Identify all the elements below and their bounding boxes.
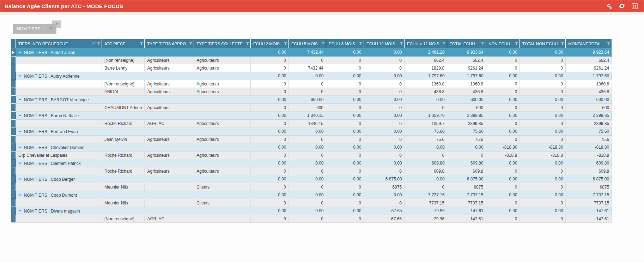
column-header-tiers-info-recherche[interactable]: TIERS INFO RECHERCHE: [16, 39, 102, 48]
cell[interactable]: 6875: [364, 183, 405, 191]
cell[interactable]: 0.00: [251, 112, 289, 120]
cell[interactable]: 7737.15: [447, 199, 486, 207]
cell[interactable]: 600.00: [447, 96, 486, 104]
cell[interactable]: 0.00: [520, 112, 566, 120]
cell[interactable]: 7432.44: [289, 64, 326, 72]
cell[interactable]: 0.00: [251, 48, 289, 56]
group-row[interactable]: NOM TIERS : Clement Patrick0.000.000.000…: [11, 159, 612, 167]
cell[interactable]: [16, 104, 102, 112]
cell[interactable]: 0: [251, 88, 289, 96]
cell[interactable]: 2399.85: [447, 120, 486, 127]
cell[interactable]: 6875: [447, 183, 486, 191]
cell[interactable]: Meunier Nils: [102, 199, 145, 207]
group-row-label-cell[interactable]: NOM TIERS : BARGOT Veronique: [16, 96, 251, 104]
cell[interactable]: 67.65: [364, 207, 405, 215]
detail-row[interactable]: Meunier NilsClients000687506875006875: [11, 183, 612, 191]
cell[interactable]: 0.00: [251, 72, 289, 80]
cell[interactable]: Agriculteurs: [194, 64, 251, 72]
cell[interactable]: Agriculteurs: [194, 88, 251, 96]
cell[interactable]: 0: [364, 136, 405, 143]
group-row-label-cell[interactable]: NOM TIERS : Bertrand Evan: [16, 127, 251, 136]
cell[interactable]: 0: [326, 104, 364, 112]
group-row[interactable]: NOM TIERS : Baron Nathalie0.001 340.150.…: [11, 112, 612, 120]
group-chip-nom-tiers[interactable]: NOM TIERS: [13, 24, 56, 34]
cell[interactable]: Roche Richard: [102, 167, 145, 175]
cell[interactable]: [16, 215, 102, 223]
cell[interactable]: 0: [364, 167, 405, 175]
cell[interactable]: 0.00: [364, 112, 405, 120]
column-header-non-echu[interactable]: NON ECHU: [486, 39, 520, 48]
column-header-atc-piece[interactable]: ATC PIECE: [102, 39, 145, 48]
collapse-chevron-icon[interactable]: [18, 114, 22, 117]
cell[interactable]: [16, 88, 102, 96]
cell[interactable]: 0: [326, 167, 364, 175]
cell[interactable]: Agriculteurs: [194, 167, 251, 175]
collapse-chevron-icon[interactable]: [18, 130, 22, 132]
cell[interactable]: 0.00: [251, 143, 289, 151]
cell[interactable]: 609.80: [405, 159, 447, 167]
cell[interactable]: 0: [486, 167, 520, 175]
cell[interactable]: 0: [520, 215, 566, 223]
cell[interactable]: 0.00: [486, 48, 520, 56]
cell[interactable]: 0: [251, 167, 289, 175]
cell[interactable]: 0: [486, 136, 520, 143]
cell[interactable]: Barre Lenny: [102, 64, 145, 72]
cell[interactable]: Agriculteurs: [145, 88, 194, 96]
cell[interactable]: 0: [251, 120, 289, 127]
cell[interactable]: Agriculteurs: [194, 136, 251, 143]
cell[interactable]: 0: [520, 167, 566, 175]
cell[interactable]: 600: [289, 104, 326, 112]
cell[interactable]: Jean Melvin: [102, 136, 145, 143]
cell[interactable]: 1828.8: [405, 64, 447, 72]
cell[interactable]: 1 797.60: [447, 72, 486, 80]
cell[interactable]: 147.61: [447, 207, 486, 215]
cell[interactable]: 6 875.00: [566, 175, 612, 183]
cell[interactable]: [194, 215, 251, 223]
column-header-type-tiers-appro[interactable]: TYPE TIERS APPRO: [145, 39, 194, 48]
filter-icon[interactable]: [246, 42, 249, 46]
cell[interactable]: 79.96: [405, 215, 447, 223]
group-row[interactable]: NOM TIERS : Coop Berger0.000.000.006 875…: [11, 175, 612, 183]
cell[interactable]: 0: [486, 215, 520, 223]
group-row-label-cell[interactable]: NOM TIERS : Clement Patrick: [16, 159, 251, 167]
cell[interactable]: 0.00: [520, 96, 566, 104]
column-header-type-tiers-collecte[interactable]: TYPE TIERS COLLECTE: [194, 39, 251, 48]
filter-icon[interactable]: [400, 42, 403, 46]
column-header-echu-12-mois[interactable]: ECHU > 12 MOIS: [405, 39, 447, 48]
cell[interactable]: [16, 136, 102, 143]
cell[interactable]: [16, 167, 102, 175]
cell[interactable]: 0.00: [289, 72, 326, 80]
cell[interactable]: 2 399.85: [566, 112, 612, 120]
cell[interactable]: 0: [326, 88, 364, 96]
cell[interactable]: 0: [326, 136, 364, 143]
detail-row[interactable]: Meunier NilsClients00007737.157737.15007…: [11, 199, 612, 207]
cell[interactable]: 0: [520, 80, 566, 88]
detail-row[interactable]: [Non renseigné]AGRI AC00067.6579.96147.6…: [11, 215, 612, 223]
cell[interactable]: 0.00: [405, 175, 447, 183]
group-row[interactable]: NOM TIERS : Aubry Adrienne0.000.000.000.…: [11, 72, 612, 80]
cell[interactable]: 0.00: [326, 112, 364, 120]
filter-icon[interactable]: [481, 42, 485, 46]
cell[interactable]: [16, 64, 102, 72]
cell[interactable]: Roche Richard: [102, 120, 145, 127]
detail-row[interactable]: CHAUMONT AdrienAgriculteurs0600000600006…: [11, 104, 612, 112]
cell[interactable]: 0: [447, 151, 486, 159]
cell[interactable]: 0: [289, 167, 326, 175]
group-row-label-cell[interactable]: NOM TIERS : Aubry Adrienne: [16, 72, 251, 80]
cell[interactable]: 0: [486, 104, 520, 112]
collapse-chevron-icon[interactable]: [18, 178, 22, 180]
cell[interactable]: 1360.8: [566, 80, 612, 88]
collapse-chevron-icon[interactable]: [18, 162, 22, 164]
cell[interactable]: 609.80: [447, 159, 486, 167]
cell[interactable]: 662.4: [447, 56, 486, 64]
filter-icon[interactable]: [561, 42, 564, 46]
cell[interactable]: 0.00: [520, 159, 566, 167]
cell[interactable]: 662.4: [405, 56, 447, 64]
collapse-chevron-icon[interactable]: [18, 75, 22, 77]
cell[interactable]: 0: [405, 104, 447, 112]
cell[interactable]: AGRI AC: [145, 120, 194, 127]
collapse-chevron-icon[interactable]: [18, 210, 22, 212]
cell[interactable]: 0: [251, 56, 289, 64]
cell[interactable]: 0.00: [251, 175, 289, 183]
cell[interactable]: 1 059.70: [405, 112, 447, 120]
